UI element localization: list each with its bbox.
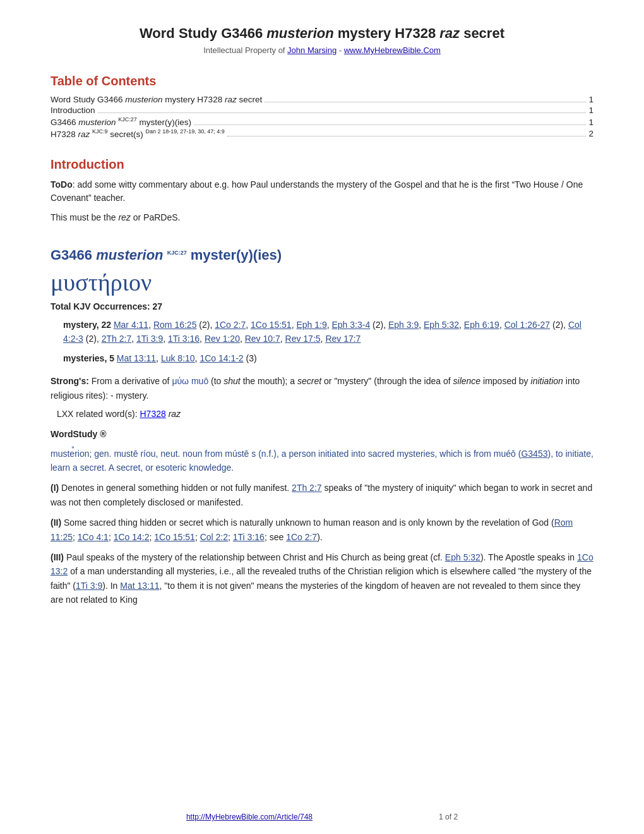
kjc-superscript: KJC:27	[167, 250, 187, 256]
lxx-h7328-link[interactable]: H7328	[140, 409, 166, 419]
todo-bold-o: o	[67, 179, 73, 190]
ref-rom1625[interactable]: Rom 16:25	[153, 320, 196, 330]
ref-mar411[interactable]: Mar 4:11	[114, 320, 148, 330]
footer-link[interactable]: http://MyHebrewBible.com/Article/748	[186, 813, 313, 821]
kjv-count: 27	[150, 301, 162, 311]
ref-rev177[interactable]: Rev 17:7	[325, 334, 361, 344]
strongs-section: Strong's: From a derivative of μύω muō (…	[51, 374, 593, 402]
roman-II-label: (II)	[51, 517, 61, 528]
toc-dots-4	[227, 136, 587, 136]
ref-1co27b[interactable]: 1Co 2:7	[286, 532, 317, 542]
todo-paragraph: ToDo: add some witty commentary about e.…	[51, 178, 593, 205]
strongs-initiation: initiation	[531, 376, 563, 386]
ref-2th27[interactable]: 2Th 2:7	[102, 334, 131, 344]
todo-text: : add some witty commentary about e.g. h…	[51, 179, 583, 203]
g3466-prefix: G3466	[51, 247, 96, 263]
ref-rev107[interactable]: Rev 10:7	[245, 334, 280, 344]
toc-label-4: H7328 raz KJC:9 secret(s) Dan 2 18-19, 2…	[51, 128, 225, 139]
kjv-occurrences: Total KJV Occurrences: 27	[51, 301, 593, 311]
toc-page-2: 1	[588, 106, 593, 115]
wordstudy-paragraph: musté̄rion; gen. mustē ríou, neut. no…	[51, 445, 593, 474]
roman-I-label: (I)	[51, 483, 59, 493]
ref-mat1311b[interactable]: Mat 13:11	[120, 581, 159, 591]
ref-1co41[interactable]: 1Co 4:1	[78, 532, 109, 542]
ref-mat1311[interactable]: Mat 13:11	[117, 353, 156, 363]
mystery-label: mystery, 22	[63, 320, 114, 330]
ref-1co27[interactable]: 1Co 2:7	[215, 320, 246, 330]
title-suffix: secret	[460, 25, 504, 41]
strongs-secret: secret	[297, 376, 321, 386]
ref-1ti39[interactable]: 1Ti 3:9	[136, 334, 163, 344]
website-link[interactable]: www.MyHebrewBible.Com	[344, 45, 441, 55]
strongs-label: Strong's:	[51, 376, 89, 386]
title-italic2: raz	[439, 25, 460, 41]
author-link[interactable]: John Marsing	[287, 45, 337, 55]
ref-1co1551[interactable]: 1Co 15:51	[251, 320, 292, 330]
ref-eph39[interactable]: Eph 3:9	[388, 320, 419, 330]
g3466-italic: musterion	[96, 247, 163, 263]
title-prefix: Word Study G3466	[140, 25, 266, 41]
ref-eph532[interactable]: Eph 5:32	[424, 320, 459, 330]
ref-1ti39b[interactable]: 1Ti 3:9	[76, 581, 102, 591]
g3466-suffix: myster(y)(ies)	[191, 247, 282, 263]
lxx-raz: raz	[169, 409, 181, 419]
ref-rev175[interactable]: Rev 17:5	[285, 334, 321, 344]
g3466-heading: G3466 musterion KJC:27 myster(y)(ies)	[51, 247, 593, 263]
roman-II-paragraph: (II) Some sacred thing hidden or secret …	[51, 516, 593, 544]
ref-col12627[interactable]: Col 1:26-27	[504, 320, 550, 330]
page-title: Word Study G3466 musterion mystery H7328…	[51, 25, 593, 42]
strongs-silence: silence	[453, 376, 481, 386]
title-middle: mystery H7328	[334, 25, 440, 41]
mystery-entry: mystery, 22 Mar 4:11, Rom 16:25 (2), 1Co…	[63, 318, 593, 346]
para2-suffix: or PaRDeS.	[131, 212, 181, 222]
ref-1co1412[interactable]: 1Co 14:1-2	[200, 353, 243, 363]
ref-eph532b[interactable]: Eph 5:32	[445, 552, 480, 562]
page-number: 1 of 2	[439, 813, 458, 821]
toc-heading: Table of Contents	[51, 74, 593, 88]
g3466-section: G3466 musterion KJC:27 myster(y)(ies) μυ…	[51, 247, 593, 607]
toc-page-4: 2	[588, 129, 593, 138]
g3453-link[interactable]: G3453	[521, 449, 547, 459]
ref-col22[interactable]: Col 2:2	[200, 532, 228, 542]
ref-1co132[interactable]: 1Co 13:2	[51, 552, 593, 576]
ref-1ti316[interactable]: 1Ti 3:16	[168, 334, 200, 344]
toc-entry-1: Word Study G3466 musterion mystery H7328…	[51, 95, 593, 104]
wordstudy-title: WordStudy ®	[51, 429, 593, 439]
strongs-paragraph: Strong's: From a derivative of μύω muō (…	[51, 374, 593, 402]
title-italic1: musterion	[266, 25, 333, 41]
toc-label-3: G3466 musterion KJC:27 myster(y)(ies)	[51, 116, 191, 127]
strongs-greek: μύω muō	[172, 376, 208, 386]
toc-label-1: Word Study G3466 musterion mystery H7328…	[51, 95, 262, 104]
roman-III-paragraph: (III) Paul speaks of the mystery of the …	[51, 550, 593, 607]
roman-I-paragraph: (I) Denotes in general something hidden …	[51, 481, 593, 509]
introduction-section: Introduction ToDo: add some witty commen…	[51, 157, 593, 224]
rez-paragraph: This must be the rez or PaRDeS.	[51, 211, 593, 224]
ref-2th27-body[interactable]: 2Th 2:7	[292, 483, 321, 493]
ref-rev120[interactable]: Rev 1:20	[205, 334, 240, 344]
toc-entry-3: G3466 musterion KJC:27 myster(y)(ies) 1	[51, 116, 593, 127]
mysteries-entry: mysteries, 5 Mat 13:11, Luk 8:10, 1Co 14…	[63, 351, 593, 365]
subtitle: Intellectual Property of John Marsing - …	[51, 45, 593, 55]
toc-entry-2: Introduction 1	[51, 106, 593, 115]
ref-luk810[interactable]: Luk 8:10	[161, 353, 195, 363]
toc-page-1: 1	[588, 95, 593, 104]
toc-dots-2	[98, 112, 587, 113]
ref-eph19[interactable]: Eph 1:9	[296, 320, 326, 330]
page-header: Word Study G3466 musterion mystery H7328…	[51, 25, 593, 55]
roman-III-label: (III)	[51, 552, 64, 562]
ref-eph619[interactable]: Eph 6:19	[464, 320, 499, 330]
page-footer: http://MyHebrewBible.com/Article/748 1 o…	[0, 813, 644, 821]
ref-1co1551b[interactable]: 1Co 15:51	[154, 532, 195, 542]
lxx-section: LXX related word(s): H7328 raz	[51, 409, 593, 419]
ref-eph334[interactable]: Eph 3:3-4	[331, 320, 370, 330]
todo-bold: ToDo	[51, 179, 73, 190]
ref-1co142[interactable]: 1Co 14:2	[114, 532, 150, 542]
strongs-shut: shut	[224, 376, 240, 386]
para2-prefix: This must be the	[51, 212, 118, 222]
para2-italic: rez	[118, 212, 130, 222]
ref-1ti316b[interactable]: 1Ti 3:16	[233, 532, 265, 542]
toc-section: Table of Contents Word Study G3466 muste…	[51, 74, 593, 138]
toc-dots-1	[265, 102, 586, 102]
toc-page-3: 1	[588, 118, 593, 127]
toc-entry-4: H7328 raz KJC:9 secret(s) Dan 2 18-19, 2…	[51, 128, 593, 139]
